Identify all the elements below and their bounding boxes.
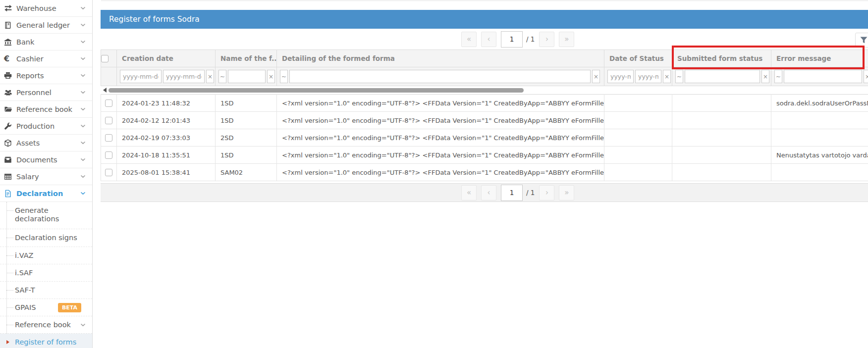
column-header-creation-date[interactable]: Creation date [117, 50, 216, 67]
sidebar-item-reference-book[interactable]: Reference book [0, 101, 92, 118]
prev-page-button[interactable]: ‹ [481, 185, 496, 200]
filter-operator-button[interactable]: ~ [218, 70, 226, 83]
clear-filter-icon[interactable]: × [592, 70, 600, 83]
cell-form-name: SAM02 [216, 164, 277, 181]
cell-error-message [771, 129, 868, 147]
sidebar-item-bank[interactable]: Bank [0, 34, 92, 50]
clear-filter-icon[interactable]: × [864, 70, 868, 83]
cell-form-name: 1SD [216, 112, 277, 129]
sidebar-item-label: Cashier [16, 55, 80, 63]
column-header-submitted-form-status[interactable]: Submitted form status [672, 50, 771, 67]
cell-submitted-status [672, 129, 771, 147]
printer-icon [4, 72, 16, 80]
cell-submitted-status [672, 95, 771, 112]
sidebar-item-general-ledger[interactable]: General ledger [0, 17, 92, 34]
submenu-item-register-of-forms[interactable]: Register of forms [0, 334, 92, 348]
last-page-button[interactable]: » [559, 32, 574, 47]
submenu-item-generate-declarations[interactable]: Generate declarations [0, 202, 92, 229]
sidebar-item-personnel[interactable]: Personnel [0, 84, 92, 101]
declaration-document-icon [4, 190, 16, 198]
row-checkbox[interactable] [105, 99, 112, 107]
sidebar-item-warehouse[interactable]: Warehouse [0, 0, 92, 17]
prev-page-button[interactable]: ‹ [481, 32, 496, 47]
column-header-date-of-status[interactable]: Date of Status [604, 50, 672, 67]
submenu-item-reference-book[interactable]: Reference book [0, 316, 92, 334]
filter-operator-button[interactable]: ~ [675, 70, 683, 83]
submenu-item-saft[interactable]: SAF-T [0, 282, 92, 299]
table-row[interactable]: 2025-08-01 15:38:41 SAM02 <?xml version=… [101, 164, 868, 181]
creation-date-from-input[interactable] [120, 70, 162, 83]
page-title: Register of forms Sodra [101, 15, 200, 24]
detailing-filter-input[interactable] [289, 70, 591, 83]
table-row[interactable]: 2024-02-12 12:01:43 1SD <?xml version="1… [101, 112, 868, 129]
register-table-viewport: Creation date Name of the f... Detailing… [101, 50, 868, 181]
content-top-border [101, 0, 868, 1]
scrollbar-thumb[interactable] [108, 88, 524, 93]
sidebar-item-cashier[interactable]: € Cashier [0, 50, 92, 67]
last-page-button[interactable]: » [559, 185, 574, 200]
first-page-button[interactable]: « [461, 185, 477, 200]
sidebar-item-salary[interactable]: Salary [0, 168, 92, 185]
register-of-forms-table: Creation date Name of the f... Detailing… [101, 50, 868, 181]
table-row[interactable]: 2024-10-18 11:35:51 1SD <?xml version="1… [101, 147, 868, 164]
cell-date-of-status [604, 112, 672, 129]
horizontal-scrollbar [101, 86, 868, 94]
table-row[interactable]: 2024-02-19 07:33:03 2SD <?xml version="1… [101, 129, 868, 147]
row-checkbox[interactable] [105, 117, 112, 124]
inbox-icon [4, 156, 16, 164]
cell-creation-date: 2024-02-19 07:33:03 [117, 129, 216, 147]
status-date-to-input[interactable] [635, 70, 661, 83]
cell-creation-date: 2024-10-18 11:35:51 [117, 147, 216, 164]
next-page-button[interactable]: › [539, 32, 554, 47]
submenu-item-isaf[interactable]: i.SAF [0, 264, 92, 282]
cell-creation-date: 2025-08-01 15:38:41 [117, 164, 216, 181]
folder-icon [4, 105, 16, 113]
clear-filter-icon[interactable]: × [663, 70, 671, 83]
status-date-from-input[interactable] [607, 70, 634, 83]
submenu-item-gpais[interactable]: GPAIS BETA [0, 299, 92, 316]
page-number-input[interactable] [501, 185, 523, 201]
sidebar-item-declaration[interactable]: Declaration [0, 185, 92, 202]
sidebar-item-documents[interactable]: Documents [0, 151, 92, 168]
next-page-button[interactable]: › [539, 185, 554, 200]
submitted-status-filter-input[interactable] [685, 70, 760, 83]
row-checkbox[interactable] [105, 169, 112, 176]
filter-cell-name: ~ × [216, 67, 277, 86]
filter-operator-button[interactable]: ~ [774, 70, 782, 83]
submenu-item-ivaz[interactable]: i.VAZ [0, 247, 92, 264]
submenu-item-label: i.VAZ [15, 251, 33, 260]
sidebar-item-assets[interactable]: Assets [0, 135, 92, 151]
sidebar-item-reports[interactable]: Reports [0, 67, 92, 84]
clear-filter-icon[interactable]: × [761, 70, 769, 83]
scroll-left-arrow-icon[interactable] [103, 88, 107, 93]
first-page-button[interactable]: « [461, 32, 477, 47]
table-header-row: Creation date Name of the f... Detailing… [101, 50, 868, 67]
filter-cell-submitted-status: ~ × [672, 67, 771, 86]
select-all-cell [101, 50, 117, 67]
select-all-checkbox[interactable] [101, 55, 108, 62]
error-message-filter-input[interactable] [784, 70, 862, 83]
cube-icon [4, 139, 16, 147]
submenu-item-declaration-signs[interactable]: Declaration signs [0, 229, 92, 247]
ledger-book-icon [4, 21, 16, 29]
page-number-input[interactable] [501, 31, 523, 48]
column-header-name-of-form[interactable]: Name of the f... [216, 50, 277, 67]
filter-toggle-button[interactable] [855, 33, 868, 48]
cell-form-name: 1SD [216, 147, 277, 164]
filter-operator-button[interactable]: ~ [280, 70, 288, 83]
name-filter-input[interactable] [228, 70, 266, 83]
chevron-down-icon [80, 124, 86, 128]
cell-submitted-status [672, 112, 771, 129]
cell-date-of-status [604, 147, 672, 164]
submenu-item-label: i.SAF [15, 269, 33, 277]
clear-filter-icon[interactable]: × [206, 70, 214, 83]
row-checkbox[interactable] [105, 151, 112, 159]
clear-filter-icon[interactable]: × [267, 70, 275, 83]
sidebar-item-production[interactable]: Production [0, 118, 92, 135]
cell-date-of-status [604, 129, 672, 147]
column-header-detailing[interactable]: Detailing of the formed forma [277, 50, 604, 67]
row-checkbox[interactable] [105, 134, 112, 142]
column-header-error-message[interactable]: Error message [771, 50, 868, 67]
table-row[interactable]: 2024-01-23 11:48:32 1SD <?xml version="1… [101, 95, 868, 112]
creation-date-to-input[interactable] [163, 70, 205, 83]
